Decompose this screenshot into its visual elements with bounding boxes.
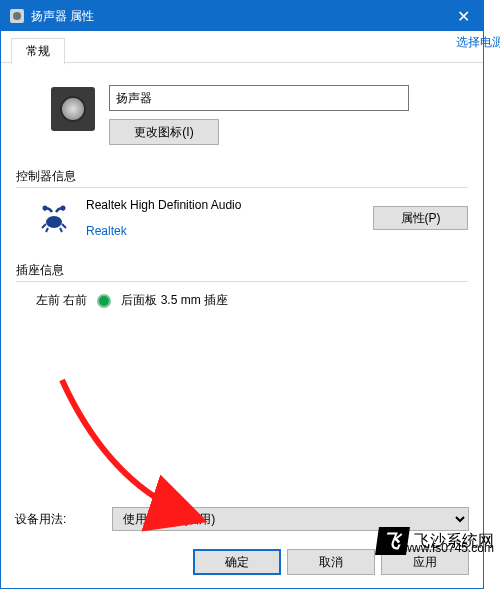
controller-group: 控制器信息 Realtek High Definition Audio Real… — [15, 167, 469, 239]
device-row: 更改图标(I) — [51, 85, 469, 145]
svg-point-1 — [13, 12, 21, 20]
svg-point-2 — [46, 216, 62, 228]
speaker-icon — [9, 8, 25, 24]
close-button[interactable]: ✕ — [443, 1, 483, 31]
cancel-button[interactable]: 取消 — [287, 549, 375, 575]
device-speaker-icon — [51, 87, 95, 131]
ok-button[interactable]: 确定 — [193, 549, 281, 575]
controller-text: Realtek High Definition Audio Realtek — [86, 198, 241, 238]
jack-group-label: 插座信息 — [16, 262, 468, 279]
tab-panel: 更改图标(I) 控制器信息 Realtek High Definition — [1, 63, 483, 583]
svg-point-3 — [43, 206, 48, 211]
jack-description: 后面板 3.5 mm 插座 — [121, 292, 228, 309]
controller-vendor-link[interactable]: Realtek — [86, 224, 241, 238]
tab-general[interactable]: 常规 — [11, 38, 65, 65]
tab-strip: 常规 — [1, 37, 483, 63]
device-name-input[interactable] — [109, 85, 409, 111]
realtek-crab-icon — [36, 200, 72, 236]
change-icon-button[interactable]: 更改图标(I) — [109, 119, 219, 145]
jack-location: 左前 右前 — [36, 292, 87, 309]
power-options-link[interactable]: 选择电源 — [456, 34, 500, 51]
usage-label: 设备用法: — [15, 511, 66, 528]
titlebar: 扬声器 属性 ✕ — [1, 1, 483, 31]
window-title: 扬声器 属性 — [31, 8, 443, 25]
controller-properties-button[interactable]: 属性(P) — [373, 206, 468, 230]
watermark-url: www.fs0745.com — [403, 541, 494, 555]
svg-point-4 — [61, 206, 66, 211]
properties-window: 扬声器 属性 ✕ 常规 更改图标(I) 控制器信息 — [0, 0, 484, 589]
controller-group-label: 控制器信息 — [16, 168, 468, 185]
controller-name: Realtek High Definition Audio — [86, 198, 241, 212]
jack-group: 插座信息 左前 右前 后面板 3.5 mm 插座 — [15, 261, 469, 310]
jack-color-dot — [97, 294, 111, 308]
